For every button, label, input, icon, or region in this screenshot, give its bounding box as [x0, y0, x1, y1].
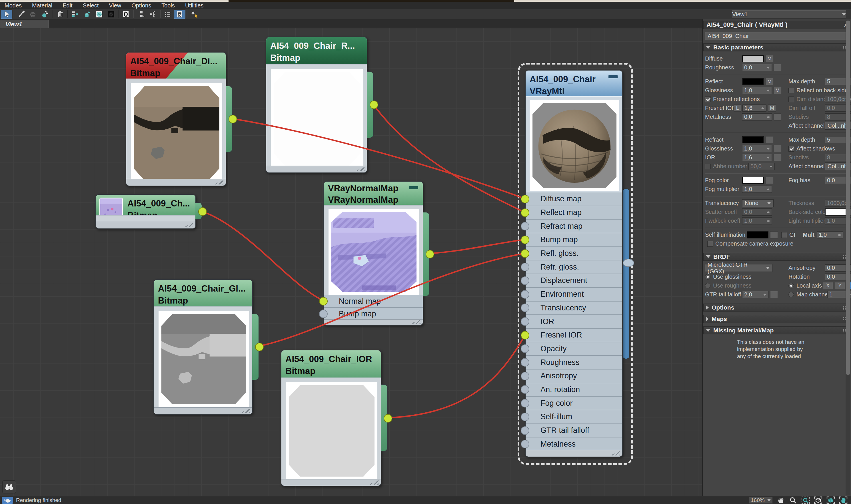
- metalness-map-button[interactable]: [774, 113, 781, 121]
- output-socket[interactable]: [370, 101, 378, 109]
- collapse-node-icon[interactable]: [608, 75, 618, 78]
- spinner[interactable]: [767, 186, 770, 192]
- slot-refract-map[interactable]: Refract map: [526, 220, 622, 233]
- refract-map-button[interactable]: [766, 136, 773, 143]
- spinner[interactable]: [767, 146, 770, 151]
- material-map-browser-icon[interactable]: [162, 10, 173, 19]
- node-footer[interactable]: [96, 221, 195, 229]
- spinner[interactable]: [767, 218, 770, 224]
- zoom-extents-selected-icon[interactable]: [826, 496, 836, 504]
- slot-fresnel-ior[interactable]: Fresnel IOR: [526, 329, 622, 342]
- refract-glossiness-map-button[interactable]: [774, 145, 781, 152]
- metalness-field[interactable]: 0,0: [742, 113, 772, 121]
- spinner[interactable]: [767, 114, 770, 120]
- node-footer[interactable]: [324, 319, 423, 325]
- node-ior-header[interactable]: AI54_009_Chair_IOR Bitmap: [281, 350, 381, 378]
- node-vraymtl[interactable]: AI54_009_Chair VRayMtl: [525, 70, 623, 457]
- layout-children-icon[interactable]: [147, 10, 159, 19]
- node-normalbmp-header[interactable]: AI54_009_Ch... Bitmap: [96, 195, 195, 216]
- panel-scrollbar[interactable]: [846, 20, 850, 496]
- slot-refr-gloss[interactable]: Refr. gloss.: [526, 260, 622, 274]
- node-ior-bitmap[interactable]: AI54_009_Chair_IOR Bitmap: [281, 350, 382, 486]
- node-vraynormalmap-header[interactable]: VRayNormalMap VRayNormalMap: [324, 182, 423, 205]
- active-view-dropdown[interactable]: View1: [732, 10, 846, 18]
- spinner[interactable]: [761, 105, 764, 111]
- select-by-material-icon[interactable]: [189, 10, 200, 19]
- diffuse-map-button[interactable]: M: [766, 55, 773, 62]
- assign-to-selection-icon[interactable]: [40, 10, 51, 19]
- zoom-region-icon[interactable]: [801, 496, 811, 504]
- input-socket[interactable]: [521, 358, 529, 367]
- zoom-icon[interactable]: [788, 496, 798, 504]
- slot-an-rotation[interactable]: An. rotation: [526, 383, 622, 397]
- brdf-type-dropdown[interactable]: Microfacet GTR (GGX): [705, 264, 773, 272]
- refract-glossiness-field[interactable]: 1,0: [742, 145, 772, 152]
- slot-gtr-tail-falloff[interactable]: GTR tail falloff: [526, 424, 622, 438]
- put-to-library-icon[interactable]: [28, 10, 39, 19]
- fwdbck-field[interactable]: 1,0: [742, 217, 772, 224]
- output-socket[interactable]: [255, 343, 264, 351]
- resize-grip-icon[interactable]: [213, 180, 224, 184]
- collapse-node-icon[interactable]: [409, 186, 418, 189]
- slot-reflect-map[interactable]: Reflect map: [526, 206, 622, 220]
- input-socket[interactable]: [521, 290, 529, 299]
- show-shaded-in-viewport-icon[interactable]: [93, 10, 105, 19]
- slot-ior[interactable]: IOR: [526, 315, 622, 329]
- spinner[interactable]: [769, 164, 773, 169]
- ior-map-button[interactable]: [774, 154, 781, 161]
- menu-tools[interactable]: Tools: [161, 2, 175, 9]
- refract-color-swatch[interactable]: [742, 136, 764, 143]
- input-socket[interactable]: [521, 249, 529, 258]
- node-gloss-header[interactable]: AI54_009_Chair_Gl... Bitmap: [154, 280, 252, 307]
- tab-view1[interactable]: View1: [0, 20, 49, 28]
- abbe-checkbox[interactable]: [705, 164, 711, 169]
- input-socket[interactable]: [521, 372, 529, 380]
- slot-opacity[interactable]: Opacity: [526, 342, 622, 356]
- rollout-missing[interactable]: Missing Material/Map: [703, 326, 850, 335]
- delete-icon[interactable]: [55, 10, 66, 19]
- input-socket[interactable]: [521, 236, 529, 244]
- input-socket[interactable]: [521, 426, 529, 435]
- output-socket[interactable]: [198, 207, 207, 216]
- rollout-options[interactable]: Options: [703, 304, 850, 311]
- slot-refl-gloss[interactable]: Refl. gloss.: [526, 247, 622, 261]
- node-vraymtl-header[interactable]: AI54_009_Chair VRayMtl: [526, 71, 622, 97]
- input-socket[interactable]: [521, 331, 529, 340]
- show-numbers-icon[interactable]: [120, 10, 132, 19]
- input-socket[interactable]: [521, 399, 529, 408]
- fog-color-map-button[interactable]: [766, 177, 773, 184]
- slot-anisotropy[interactable]: Anisotropy: [526, 370, 622, 383]
- map-channel-radio[interactable]: [788, 292, 794, 297]
- rollout-brdf[interactable]: BRDF: [703, 253, 850, 261]
- menu-select[interactable]: Select: [83, 2, 99, 9]
- glossiness-field[interactable]: 1,0: [742, 87, 772, 94]
- resize-grip-icon[interactable]: [609, 451, 620, 455]
- node-reflect-header[interactable]: AI54_009_Chair_R... Bitmap: [266, 37, 367, 65]
- fresnel-ior-field[interactable]: 1,6: [742, 105, 766, 112]
- resize-grip-icon[interactable]: [354, 167, 365, 171]
- reflect-back-checkbox[interactable]: [788, 88, 794, 93]
- local-axis-radio[interactable]: [788, 283, 794, 288]
- reflect-map-button[interactable]: M: [766, 78, 773, 85]
- scatter-field[interactable]: 0,0: [742, 209, 772, 216]
- resize-grip-icon[interactable]: [368, 480, 378, 485]
- input-socket[interactable]: [521, 317, 529, 326]
- fresnel-ior-lock-button[interactable]: L: [733, 105, 741, 112]
- input-socket[interactable]: [319, 297, 327, 306]
- input-socket[interactable]: [521, 413, 529, 421]
- backside-color-swatch[interactable]: [825, 209, 847, 216]
- fog-multiplier-field[interactable]: 1,0: [742, 186, 772, 193]
- node-normal-bitmap[interactable]: AI54_009_Ch... Bitmap: [95, 194, 196, 229]
- node-footer[interactable]: [154, 407, 252, 414]
- resize-grip-icon[interactable]: [410, 320, 421, 324]
- slot-bump-map[interactable]: Bump map: [526, 233, 622, 247]
- reflect-color-swatch[interactable]: [742, 78, 764, 85]
- menu-edit[interactable]: Edit: [63, 2, 72, 9]
- slot-metalness[interactable]: Metalness: [526, 437, 622, 451]
- vraymtl-output-socket[interactable]: [623, 259, 634, 267]
- pick-material-eyedropper-icon[interactable]: [16, 10, 27, 19]
- input-socket[interactable]: [521, 209, 529, 217]
- material-title-bar[interactable]: AI54_009_Chair ( VRayMtl ) x: [703, 21, 850, 29]
- output-socket[interactable]: [426, 250, 434, 258]
- hide-unused-slots-icon[interactable]: [135, 10, 146, 19]
